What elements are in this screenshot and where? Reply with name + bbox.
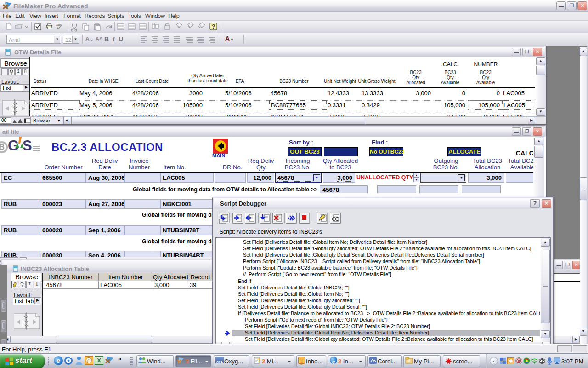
svg-text:a z: a z bbox=[152, 22, 155, 25]
svg-text:?: ? bbox=[212, 23, 215, 30]
svg-text:?: ? bbox=[257, 357, 260, 364]
